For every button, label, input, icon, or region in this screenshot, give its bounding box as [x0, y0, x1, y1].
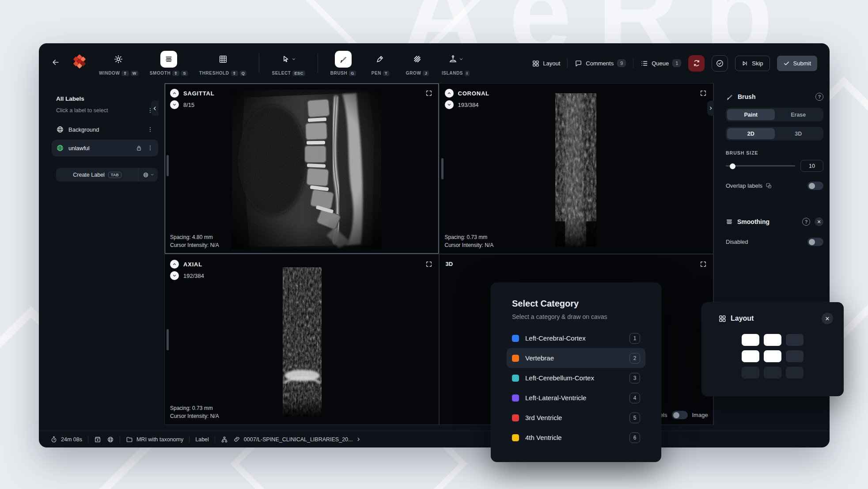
brush-panel-title: Brush: [738, 93, 811, 100]
help-icon[interactable]: ?: [802, 218, 810, 226]
fullscreen-button[interactable]: [425, 261, 432, 268]
image-toggle[interactable]: [672, 411, 688, 419]
comments-button[interactable]: Comments 9: [575, 59, 626, 67]
kebab-icon: [147, 144, 154, 152]
fullscreen-icon: [425, 90, 432, 97]
label-row-unlawful[interactable]: unlawful: [52, 140, 158, 156]
tool-islands[interactable]: ISLANDSI: [442, 51, 470, 76]
layout-button[interactable]: Layout: [532, 60, 560, 67]
globe-icon: [107, 436, 114, 443]
collapse-sidebar-handle[interactable]: [151, 101, 159, 116]
stage-label: Label: [195, 436, 209, 443]
category-3rd-ventricle[interactable]: 3rd Ventricle 5: [507, 408, 645, 428]
queue-button[interactable]: Queue 1: [641, 59, 681, 67]
slice-down-button[interactable]: [170, 100, 179, 109]
create-label-type-dropdown[interactable]: [138, 168, 158, 182]
layout-cell[interactable]: [742, 367, 759, 379]
viewport-info: Spacing: 0.73 mm Cursor Intensity: N/A: [445, 234, 494, 249]
collapse-panel-handle[interactable]: [707, 101, 714, 116]
layout-cell[interactable]: [764, 350, 781, 362]
category-left-cerebral-cortex[interactable]: Left-Cerebral-Cortex 1: [507, 328, 645, 348]
back-button[interactable]: [51, 58, 60, 67]
fullscreen-icon: [425, 261, 432, 268]
layout-cell[interactable]: [786, 350, 804, 362]
queue-list-icon: [641, 60, 648, 67]
tool-brush[interactable]: BRUSHG: [330, 51, 356, 76]
erase-mode-button[interactable]: Erase: [775, 109, 823, 120]
layout-cell[interactable]: [742, 334, 759, 346]
workflow-button[interactable]: [221, 436, 228, 443]
overlap-labels-label: Overlap labels: [726, 182, 762, 189]
slice-up-button[interactable]: [170, 89, 179, 98]
category-4th-ventricle[interactable]: 4th Ventricle 6: [507, 428, 645, 447]
category-key-badge: 2: [629, 353, 640, 364]
islands-icon: [448, 54, 458, 64]
slice-scrollbar[interactable]: [167, 329, 169, 350]
paint-mode-button[interactable]: Paint: [727, 109, 775, 120]
tool-threshold[interactable]: THRESHOLD⇧Q: [199, 51, 246, 76]
label-menu-button[interactable]: [147, 126, 154, 133]
layout-cell[interactable]: [764, 334, 781, 346]
cursor-icon: [281, 55, 290, 64]
category-left-lateral-ventricle[interactable]: Left-Lateral-Ventricle 4: [507, 388, 645, 408]
fullscreen-button[interactable]: [700, 90, 707, 97]
submit-button[interactable]: Submit: [777, 56, 817, 71]
layout-cell[interactable]: [786, 367, 804, 379]
comments-count-badge: 9: [617, 59, 626, 67]
top-toolbar: WINDOW⇧W SMOOTH⇧S THRESHOLD⇧Q: [39, 43, 830, 83]
skip-button[interactable]: Skip: [735, 56, 769, 71]
layout-cell[interactable]: [742, 350, 759, 362]
chevron-up-icon: [447, 91, 451, 95]
slice-down-button[interactable]: [170, 271, 179, 280]
label-row-background[interactable]: Background: [52, 121, 158, 138]
archive-button[interactable]: [94, 436, 101, 443]
label-menu-button[interactable]: [147, 144, 154, 152]
layout-cell[interactable]: [786, 334, 804, 346]
sync-icon: [693, 59, 701, 67]
help-icon[interactable]: ?: [815, 93, 823, 101]
close-icon[interactable]: ✕: [815, 217, 823, 226]
fullscreen-button[interactable]: [700, 261, 707, 268]
create-label-button[interactable]: Create Label TAB: [56, 168, 158, 182]
viewport-coronal[interactable]: CORONAL 193/384 Spacing: 0.73 mm Cursor …: [440, 83, 713, 254]
viewport-info: Spacing: 4.80 mm Cursor Intensity: N/A: [170, 234, 219, 249]
tool-pen[interactable]: PENT: [368, 51, 393, 76]
globe-status-button[interactable]: [107, 436, 114, 443]
slice-scrollbar[interactable]: [167, 155, 169, 176]
sync-button[interactable]: [688, 55, 705, 72]
project-breadcrumb[interactable]: MRI with taxonomy: [126, 436, 183, 443]
layout-cell[interactable]: [764, 367, 781, 379]
viewport-sagittal[interactable]: SAGITTAL 8/15 Spacing: 4.80 mm Cursor In…: [165, 83, 439, 254]
viewport-axial[interactable]: AXIAL 192/384 Spacing: 0.73 mm Cursor In…: [165, 254, 439, 425]
slice-up-button[interactable]: [445, 89, 454, 98]
modal-subtitle: Select a category & draw on cavas: [512, 313, 640, 320]
viewport-title: CORONAL: [458, 90, 489, 97]
tool-select[interactable]: SELECTESC: [272, 51, 305, 76]
smoothing-toggle[interactable]: [807, 238, 823, 246]
slice-down-button[interactable]: [445, 100, 454, 109]
close-icon[interactable]: ✕: [822, 313, 833, 324]
category-swatch: [512, 434, 519, 441]
chevron-down-icon: [292, 57, 296, 61]
mark-complete-button[interactable]: [712, 55, 728, 72]
category-left-cerebellum-cortex[interactable]: Left-Cerebellum-Cortex 3: [507, 368, 645, 388]
brush-size-slider[interactable]: [726, 160, 795, 172]
arrow-left-icon: [51, 58, 60, 67]
layout-grid-icon: [718, 315, 726, 322]
tool-smooth[interactable]: SMOOTH⇧S: [150, 51, 188, 76]
file-breadcrumb[interactable]: 0007/L-SPINE_CLINICAL_LIBRARIES_20...: [234, 436, 361, 443]
tool-grow[interactable]: GROWJ: [405, 51, 430, 76]
mode-3d-button[interactable]: 3D: [775, 128, 823, 139]
brush-icon: [339, 55, 348, 64]
overlap-labels-toggle[interactable]: [807, 182, 823, 190]
tool-window[interactable]: WINDOW⇧W: [99, 51, 138, 76]
chevron-down-icon: [172, 273, 177, 278]
status-bar: 24m 08s MRI with taxonomy Label 0007/L-S…: [39, 431, 830, 447]
category-swatch: [512, 335, 519, 342]
slice-up-button[interactable]: [170, 260, 179, 269]
mode-2d-button[interactable]: 2D: [727, 128, 775, 139]
category-vertebrae[interactable]: Vertebrae 2: [507, 348, 645, 368]
labels-panel-title: All Labels: [56, 95, 154, 102]
slice-scrollbar[interactable]: [441, 158, 443, 179]
fullscreen-button[interactable]: [425, 90, 432, 97]
